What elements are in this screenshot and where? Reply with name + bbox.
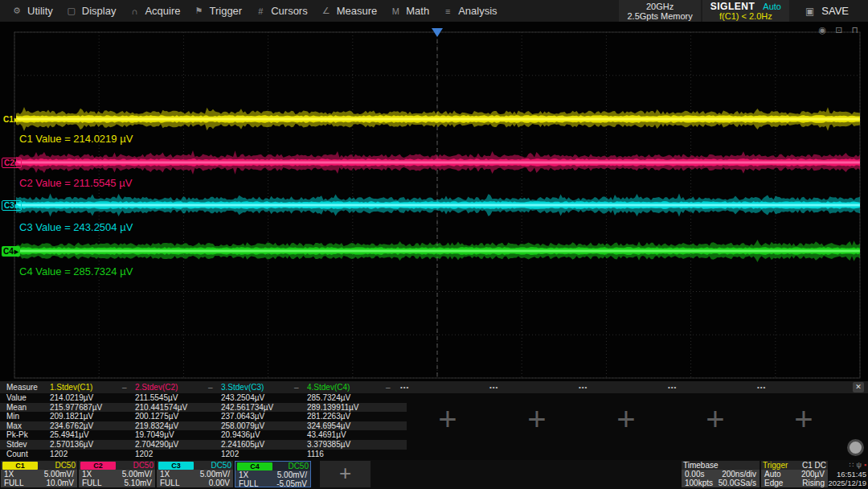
- c1-probe: 1X: [4, 470, 14, 479]
- c4-scale: 5.00mV/: [277, 471, 307, 479]
- panel-drag-handle[interactable]: [847, 439, 864, 456]
- close-measure-panel-button[interactable]: ✕: [853, 382, 864, 392]
- c4-chip: C4: [237, 462, 272, 471]
- menu-analysis[interactable]: ≡ Analysis: [443, 5, 497, 17]
- timebase-points: 100kpts: [685, 479, 713, 487]
- cell: 324.6954µV: [307, 421, 350, 431]
- row-label: Mean: [6, 403, 27, 413]
- trigger-source: C1 DC: [802, 461, 826, 470]
- save-icon: ▣: [805, 6, 814, 17]
- trigger-status-block[interactable]: SIGLENT Auto f(C1) < 2.0Hz: [702, 0, 789, 22]
- cell: 243.2504µV: [221, 393, 264, 403]
- slot-menu-icon[interactable]: •••: [757, 381, 766, 393]
- measure-header-row: Measure 1.Stdev(C1) – 2.Stdev(C2) – 3.St…: [0, 381, 868, 393]
- footer-status-bar: C1 DC50 1X 5.00mV/ FULL 10.0mV C2 DC50 1…: [0, 460, 868, 489]
- cell: 2.570136µV: [50, 440, 93, 450]
- add-measurement-button[interactable]: +: [430, 402, 465, 438]
- brand-logo: SIGLENT: [710, 2, 755, 11]
- cell: 1202: [221, 450, 239, 459]
- channel-marker-c3[interactable]: C3▸: [2, 200, 22, 211]
- fullscreen-icon[interactable]: ⊡: [835, 25, 842, 35]
- table-row-count: Count 1202 1202 1202 1116: [0, 450, 868, 459]
- menu-display-label: Display: [82, 5, 117, 17]
- slot-menu-icon[interactable]: •••: [668, 381, 677, 393]
- add-measurement-button[interactable]: +: [786, 402, 821, 438]
- menu-measure[interactable]: ∠ Measure: [321, 5, 378, 17]
- cell: 2.704290µV: [135, 440, 178, 450]
- measure-menu-icon[interactable]: •••: [400, 381, 409, 393]
- channel-marker-c4[interactable]: C4▸: [2, 246, 20, 257]
- add-measurement-button[interactable]: +: [698, 402, 733, 438]
- marker-arrow-icon: ▸: [15, 158, 19, 168]
- camera-icon[interactable]: ◉: [819, 25, 827, 35]
- menu-acquire[interactable]: ∩ Acquire: [129, 5, 180, 17]
- menu-display[interactable]: ▢ Display: [67, 5, 117, 17]
- save-label: SAVE: [821, 5, 849, 17]
- timebase-delay: 0.00s: [685, 470, 704, 479]
- waveform-display: ◉ ⊡ ⊓ C1▸ C2▸ C3▸ C4▸ C1 Value = 214.021…: [0, 22, 868, 381]
- table-row-stdev: Stdev 2.570136µV 2.704290µV 2.241605µV 3…: [0, 440, 868, 450]
- channel-marker-c1-label: C1: [3, 115, 14, 125]
- measure-header-c4[interactable]: 4.Stdev(C4): [307, 381, 350, 393]
- c3-offset: 0.00V: [209, 479, 230, 487]
- top-status-cluster: 20GHz 2.5Gpts Memory SIGLENT Auto f(C1) …: [619, 0, 868, 22]
- trigger-type: Edge: [764, 479, 783, 487]
- c3-chip: C3: [158, 462, 194, 470]
- analysis-icon: ≡: [443, 6, 452, 16]
- clock-time: 16:51:45: [828, 470, 866, 479]
- add-measurement-button[interactable]: +: [519, 402, 555, 438]
- status-icons: ∷ ψ ▪: [828, 461, 866, 469]
- memory-depth-label: 2.5Gpts Memory: [627, 11, 692, 21]
- table-row-value: Value 214.0219µV 211.5545µV 243.2504µV 2…: [0, 393, 868, 403]
- channel-box-c1[interactable]: C1 DC50 1X 5.00mV/ FULL 10.0mV: [1, 461, 77, 487]
- bandwidth-label: 20GHz: [627, 2, 692, 11]
- row-label: Max: [6, 421, 22, 431]
- c3-scale: 5.00mV/: [200, 470, 230, 479]
- clock-block: ∷ ψ ▪ 16:51:45 2025/12/19: [828, 461, 866, 487]
- cell: 43.4691µV: [307, 430, 346, 440]
- channel-marker-c1[interactable]: C1▸: [2, 114, 20, 125]
- add-measurement-button[interactable]: +: [608, 402, 644, 438]
- measure-icon: ∠: [321, 6, 331, 16]
- measure-panel: Measure 1.Stdev(C1) – 2.Stdev(C2) – 3.St…: [0, 381, 868, 460]
- menu-math[interactable]: M Math: [391, 5, 429, 17]
- c2-offset: 5.10mV: [125, 479, 152, 487]
- menu-utility[interactable]: ⚙ Utility: [12, 5, 53, 17]
- timebase-box[interactable]: Timebase 0.00s 200ns/div 100kpts 50.0GSa…: [682, 461, 760, 487]
- trigger-box[interactable]: Trigger C1 DC Auto 200µV Edge Rising: [761, 461, 828, 487]
- c2-chip: C2: [80, 462, 116, 470]
- channel-box-c3[interactable]: C3 DC50 1X 5.00mV/ FULL 0.00V: [157, 461, 233, 487]
- c2-scale: 5.00mV/: [122, 470, 152, 479]
- cell: 281.2263µV: [307, 412, 350, 421]
- channel-marker-c3-label: C3: [4, 201, 14, 211]
- measure-header-c3[interactable]: 3.Stdev(C3): [221, 381, 264, 393]
- acquire-icon: ∩: [129, 6, 139, 16]
- channel-box-c4-selected[interactable]: C4 DC50 1X 5.00mV/ FULL -5.05mV: [235, 461, 311, 487]
- add-channel-button[interactable]: +: [320, 461, 371, 487]
- save-button[interactable]: ▣ SAVE: [789, 0, 868, 22]
- cursors-icon: #: [256, 6, 265, 16]
- cell: 237.0643µV: [221, 412, 264, 421]
- cell: 214.0219µV: [50, 393, 93, 403]
- cell: 2.241605µV: [221, 440, 264, 450]
- trigger-position-marker[interactable]: [432, 28, 443, 37]
- channel-marker-c2[interactable]: C2▸: [2, 158, 22, 168]
- c4-value-readout: C4 Value = 285.7324 µV: [19, 265, 133, 277]
- channel-box-c2[interactable]: C2 DC50 1X 5.00mV/ FULL 5.10mV: [79, 461, 155, 487]
- slot-menu-icon[interactable]: •••: [579, 381, 588, 393]
- measure-header-c1[interactable]: 1.Stdev(C1): [50, 381, 92, 393]
- menu-trigger[interactable]: ⚑ Trigger: [194, 5, 242, 17]
- header-separator: –: [386, 381, 391, 393]
- c3-bandwidth: FULL: [160, 479, 179, 487]
- menu-cursors[interactable]: # Cursors: [256, 5, 308, 17]
- timebase-scale: 200ns/div: [722, 470, 756, 479]
- c4-offset: -5.05mV: [276, 479, 307, 488]
- acquisition-status[interactable]: 20GHz 2.5Gpts Memory: [619, 0, 700, 22]
- slot-menu-icon[interactable]: •••: [489, 381, 498, 393]
- row-label: Value: [6, 393, 27, 403]
- measure-header-c2[interactable]: 2.Stdev(C2): [135, 381, 178, 393]
- marker-arrow-icon: ▸: [14, 247, 18, 257]
- network-icon: ∷: [850, 461, 854, 469]
- cell: 219.8324µV: [135, 421, 178, 431]
- scroll-icon[interactable]: ⊓: [851, 25, 858, 35]
